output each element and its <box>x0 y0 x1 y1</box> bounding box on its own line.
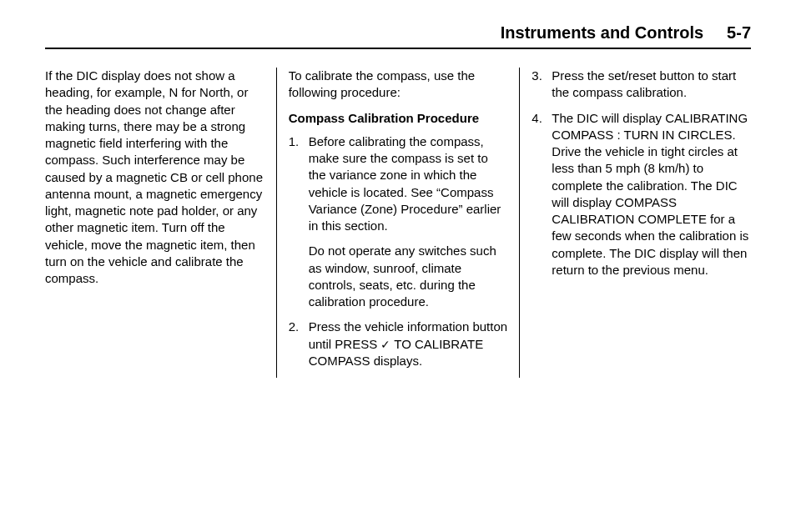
intro-paragraph: To calibrate the compass, use the follow… <box>289 68 508 102</box>
header-page-number: 5-7 <box>727 23 751 43</box>
step-note: Do not operate any switches such as wind… <box>309 243 508 310</box>
procedure-list-continued: 3. Press the set/reset button to start t… <box>532 68 751 279</box>
step-number: 2. <box>289 319 300 335</box>
list-item: 1. Before calibrating the compass, make … <box>289 133 508 311</box>
content-columns: If the DIC display does not show a headi… <box>45 68 751 378</box>
header-title: Instruments and Controls <box>501 23 703 43</box>
step-text: Before calibrating the compass, make sur… <box>309 134 501 233</box>
list-item: 2. Press the vehicle information button … <box>289 319 508 369</box>
list-item: 4. The DIC will display CALIBRATING COMP… <box>532 110 751 279</box>
check-icon: ✓ <box>380 337 390 353</box>
page-header: Instruments and Controls 5-7 <box>45 23 751 49</box>
body-paragraph: If the DIC display does not show a headi… <box>45 68 264 287</box>
step-number: 4. <box>532 110 542 127</box>
list-item: 3. Press the set/reset button to start t… <box>532 68 751 102</box>
procedure-heading: Compass Calibration Procedure <box>289 110 508 127</box>
procedure-list: 1. Before calibrating the compass, make … <box>289 133 508 369</box>
column-1: If the DIC display does not show a headi… <box>45 68 276 378</box>
step-number: 1. <box>289 133 300 150</box>
column-2: To calibrate the compass, use the follow… <box>276 68 520 378</box>
step-number: 3. <box>532 68 542 84</box>
column-3: 3. Press the set/reset button to start t… <box>519 68 751 378</box>
step-text: Press the set/reset button to start the … <box>552 68 736 99</box>
step-text: The DIC will display CALIBRATING COMPASS… <box>552 111 748 277</box>
